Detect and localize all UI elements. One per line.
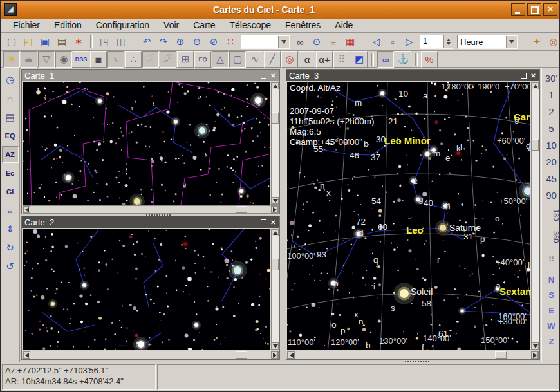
scrollbar-thumb[interactable] xyxy=(236,351,247,359)
scroll-left-button[interactable] xyxy=(23,351,30,359)
measure-line-button[interactable]: ╱ xyxy=(264,51,281,68)
window-titlebar[interactable]: ◢ Cartes du Ciel - Carte_1 ✕ xyxy=(1,1,560,19)
scroll-down-button[interactable] xyxy=(532,342,539,350)
sky-canvas[interactable] xyxy=(23,229,270,350)
zoom-in-button[interactable]: ⊕ xyxy=(172,34,189,50)
show-eq-grid-button[interactable]: EQ xyxy=(194,51,211,68)
object-list-button[interactable]: ≡ xyxy=(325,34,342,50)
show-dss-button[interactable]: DSS xyxy=(73,51,89,68)
show-planets-button[interactable]: ♄ xyxy=(107,51,124,68)
chart-close-button[interactable]: ✕ xyxy=(269,218,277,227)
fov-180-button[interactable]: 180 xyxy=(543,204,560,226)
menu-voir[interactable]: Voir xyxy=(156,19,186,32)
menu-fichier[interactable]: Fichier xyxy=(6,19,47,32)
scroll-down-button[interactable] xyxy=(272,342,279,350)
field-circle-button[interactable]: ◎ xyxy=(281,51,298,68)
sky-config-button[interactable]: ✶ xyxy=(70,34,87,50)
scroll-down-button[interactable] xyxy=(272,197,279,204)
carte-3-vertical-scrollbar[interactable] xyxy=(531,82,539,350)
time-stop-button[interactable]: ▫ xyxy=(384,34,401,50)
sky-chart-view[interactable] xyxy=(23,229,270,350)
scroll-left-button[interactable] xyxy=(288,351,295,359)
save-chart-button[interactable]: ▣ xyxy=(37,34,53,50)
scrollbar-thumb[interactable] xyxy=(495,351,507,359)
fov-10-button[interactable]: 10 xyxy=(543,137,560,154)
sky-chart-view[interactable]: 10am21b30554637kmel17gNdnxz54g40ho7260d3… xyxy=(287,82,530,350)
time-step-arrows[interactable] xyxy=(443,35,453,48)
auto-refresh-button[interactable]: % xyxy=(421,51,438,68)
scrollbar-thumb[interactable] xyxy=(272,112,279,124)
chart-titlebar[interactable]: Carte_1✕ xyxy=(22,70,279,81)
time-backward-button[interactable]: ◁ xyxy=(368,34,384,50)
show-nebulae-button[interactable]: ▽ xyxy=(38,51,55,68)
carte-1-horizontal-scrollbar[interactable] xyxy=(23,205,279,214)
coord-ecliptic-button[interactable]: Ec xyxy=(2,165,19,182)
advanced-search-button[interactable]: ⊙ xyxy=(308,34,325,50)
coord-altaz-button[interactable]: AZ xyxy=(2,146,19,163)
background-image-button[interactable]: ◙ xyxy=(90,51,107,68)
show-asteroids-button[interactable]: ☄ xyxy=(160,51,176,68)
fov-1-button[interactable]: 1 xyxy=(543,87,560,104)
sky-chart-view[interactable] xyxy=(23,82,270,205)
coord-equatorial-button[interactable]: EQ xyxy=(2,127,19,144)
menu-configuration[interactable]: Configuration xyxy=(89,19,156,32)
scroll-right-button[interactable] xyxy=(271,351,278,359)
menu-aide[interactable]: Aide xyxy=(328,19,360,32)
night-vision-button[interactable]: ◩ xyxy=(351,51,368,68)
direction-s-button[interactable]: S xyxy=(543,288,560,303)
sky-canvas[interactable]: 10am21b30554637kmel17gNdnxz54g40ho7260d3… xyxy=(287,82,530,350)
redo-button[interactable]: ↷ xyxy=(155,34,172,50)
carte-2-vertical-scrollbar[interactable] xyxy=(271,229,279,350)
scrollbar-thumb[interactable] xyxy=(272,259,279,270)
menu-te-lescope[interactable]: Télescope xyxy=(222,19,278,32)
rotate-cw-button[interactable]: ↻ xyxy=(2,239,19,256)
show-galaxies-button[interactable]: ● xyxy=(21,51,37,68)
fov-45-button[interactable]: 45 xyxy=(543,171,560,187)
direction-n-button[interactable]: N xyxy=(543,272,560,288)
chart-titlebar[interactable]: Carte_3✕ xyxy=(286,70,539,81)
chart-maximize-button[interactable] xyxy=(259,218,268,227)
coord-galactic-button[interactable]: Gl xyxy=(2,183,19,200)
show-milkyway-button[interactable]: ∿ xyxy=(247,51,263,68)
undo-button[interactable]: ↶ xyxy=(138,34,155,50)
carte-3-horizontal-scrollbar[interactable] xyxy=(287,351,539,359)
zoom-default-button[interactable]: ⊘ xyxy=(205,34,222,50)
time-forward-button[interactable]: ▷ xyxy=(401,34,418,50)
show-clusters-button[interactable]: ◉ xyxy=(55,51,72,68)
chart-settings-button[interactable]: ▤ xyxy=(2,109,19,126)
scroll-right-button[interactable] xyxy=(531,351,538,359)
chart-titlebar[interactable]: Carte_2✕ xyxy=(22,216,279,228)
chart-close-button[interactable]: ✕ xyxy=(529,71,537,80)
close-button[interactable]: ✕ xyxy=(543,3,557,16)
scrollbar-thumb[interactable] xyxy=(236,206,247,213)
fov-90-button[interactable]: 90 xyxy=(543,187,560,204)
anchor-chart-button[interactable]: ⚓ xyxy=(395,51,411,68)
scrollbar-thumb[interactable] xyxy=(532,139,539,151)
scroll-up-button[interactable] xyxy=(272,229,279,236)
chart-close-button[interactable]: ✕ xyxy=(269,71,277,80)
chart-maximize-button[interactable] xyxy=(259,71,268,80)
show-const-bounds-button[interactable]: ▢ xyxy=(229,51,246,68)
calendar-button[interactable]: ▦ xyxy=(342,34,359,50)
scroll-right-button[interactable] xyxy=(271,206,278,213)
time-unit-combobox[interactable]: Heure xyxy=(457,35,518,49)
flip-horizontal-button[interactable]: ⇔ xyxy=(2,202,19,219)
show-asterisms-button[interactable]: ∴ xyxy=(125,51,142,68)
star-brightness-button[interactable]: ∷ xyxy=(222,34,239,50)
maximize-button[interactable] xyxy=(527,3,541,16)
split-view-button[interactable]: ◫ xyxy=(113,34,129,50)
lock-chart-button[interactable]: ∞ xyxy=(377,51,394,68)
direction-z-button[interactable]: Z xyxy=(543,334,560,350)
scroll-up-button[interactable] xyxy=(532,82,539,89)
show-labels-button[interactable]: α xyxy=(299,51,315,68)
minimize-button[interactable] xyxy=(511,3,525,16)
show-const-lines-button[interactable]: △ xyxy=(212,51,229,68)
sky-canvas[interactable] xyxy=(23,82,270,205)
time-unit-dropdown-button[interactable] xyxy=(506,36,517,48)
scroll-left-button[interactable] xyxy=(23,206,30,213)
fov-5-button[interactable]: 5 xyxy=(543,120,560,137)
fov-30-button[interactable]: 30' xyxy=(543,70,560,87)
rotate-ccw-button[interactable]: ↺ xyxy=(2,258,19,275)
zoom-out-button[interactable]: ⊖ xyxy=(189,34,205,50)
search-button[interactable]: ∞ xyxy=(292,34,308,50)
